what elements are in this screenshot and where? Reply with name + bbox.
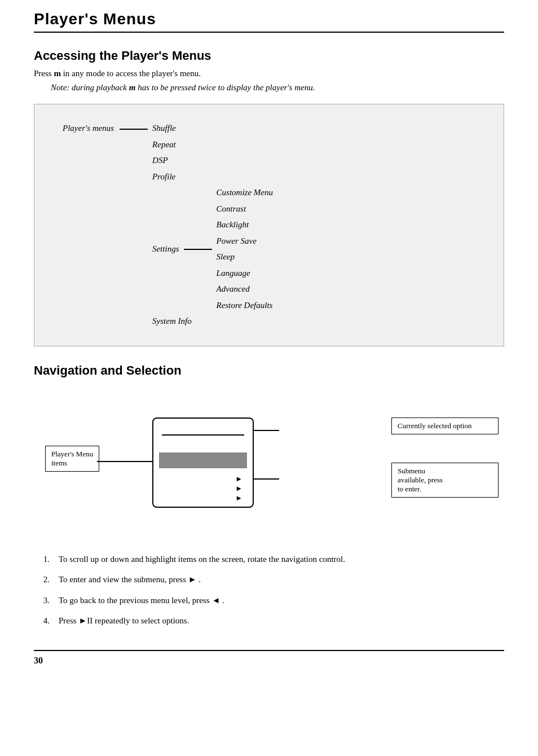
m-bold-note: m <box>129 83 136 92</box>
submenu-line2: available, press <box>398 476 443 484</box>
menu-items-col: Shuffle Repeat DSP Profile Settings Cust… <box>152 121 273 329</box>
nav-diagram: Player's Menu items ► ► ► Currently sele… <box>34 389 504 536</box>
menu-tree: Player's menus Shuffle Repeat DSP Profil… <box>63 121 273 329</box>
section1-heading: Accessing the Player's Menus <box>34 49 504 63</box>
submenu-item-advanced: Advanced <box>217 282 273 297</box>
menu-left-label: Player's menus <box>63 124 114 133</box>
list-num-1: 1. <box>34 553 50 566</box>
screen-highlight-bar <box>159 452 247 468</box>
arrow-1: ► <box>235 475 242 482</box>
screen-box: ► ► ► <box>152 417 254 508</box>
nav-connector-right-top <box>254 430 279 431</box>
menu-item-sysinfo: System Info <box>152 314 273 329</box>
intro-text: Press m in any mode to access the player… <box>34 69 504 78</box>
numbered-list: 1. To scroll up or down and highlight it… <box>34 553 504 627</box>
menu-item-profile: Profile <box>152 170 273 184</box>
submenu-line3: to enter. <box>398 485 421 493</box>
list-text-2: To enter and view the submenu, press ► . <box>59 573 504 586</box>
selected-option-box: Currently selected option <box>391 417 499 434</box>
list-num-2: 2. <box>34 573 50 586</box>
menu-label-col: Player's menus <box>63 121 120 133</box>
players-menu-items-box: Player's Menu items <box>45 446 99 472</box>
screen-top-line <box>162 434 244 436</box>
connector-line-settings <box>184 249 212 250</box>
list-item-2: 2. To enter and view the submenu, press … <box>34 573 504 586</box>
menu-item-settings-row: Settings Customize Menu Contrast Backlig… <box>152 186 273 313</box>
nav-connector-left <box>97 461 152 462</box>
menu-item-dsp: DSP <box>152 153 273 168</box>
list-item-1: 1. To scroll up or down and highlight it… <box>34 553 504 566</box>
submenu-item-sleep: Sleep <box>217 250 273 265</box>
menu-item-shuffle: Shuffle <box>152 121 273 136</box>
list-num-4: 4. <box>34 614 50 627</box>
arrow-3: ► <box>235 494 242 502</box>
list-item-3: 3. To go back to the previous menu level… <box>34 594 504 607</box>
menu-item-repeat: Repeat <box>152 138 273 152</box>
page-wrapper: Player's Menus Accessing the Player's Me… <box>0 0 538 756</box>
list-num-3: 3. <box>34 594 50 607</box>
arrow-2: ► <box>235 485 242 492</box>
submenu-available-box: Submenu available, press to enter. <box>391 463 499 498</box>
note-text: Note: during playback m has to be presse… <box>51 83 504 93</box>
submenu-item-language: Language <box>217 266 273 281</box>
section2-heading: Navigation and Selection <box>34 363 504 378</box>
submenu-item-backlight: Backlight <box>217 218 273 232</box>
section-navigation: Navigation and Selection Player's Menu i… <box>34 363 504 627</box>
menu-diagram-box: Player's menus Shuffle Repeat DSP Profil… <box>34 104 504 346</box>
page-footer: 30 <box>34 650 504 666</box>
section-accessing: Accessing the Player's Menus Press m in … <box>34 49 504 346</box>
page-header: Player's Menus <box>34 0 504 33</box>
submenu-col: Customize Menu Contrast Backlight Power … <box>217 186 273 313</box>
submenu-item-powersave: Power Save <box>217 234 273 249</box>
submenu-item-contrast: Contrast <box>217 202 273 217</box>
selected-option-text: Currently selected option <box>398 421 471 430</box>
list-text-1: To scroll up or down and highlight items… <box>59 553 504 566</box>
m-bold: m <box>54 69 61 78</box>
menu-item-settings: Settings <box>152 242 179 257</box>
submenu-line1: Submenu <box>398 467 425 475</box>
nav-connector-right-bottom <box>254 478 279 480</box>
page-title: Player's Menus <box>34 10 156 28</box>
connector-line-main <box>120 129 148 130</box>
screen-arrows: ► ► ► <box>235 475 242 502</box>
players-menu-line1: Player's Menu <box>51 450 93 458</box>
list-text-3: To go back to the previous menu level, p… <box>59 594 504 607</box>
submenu-item-customize: Customize Menu <box>217 186 273 200</box>
players-menu-line2: items <box>51 459 67 467</box>
list-item-4: 4. Press ►II repeatedly to select option… <box>34 614 504 627</box>
page-number: 30 <box>34 656 43 665</box>
submenu-item-restore: Restore Defaults <box>217 298 273 313</box>
list-text-4: Press ►II repeatedly to select options. <box>59 614 504 627</box>
